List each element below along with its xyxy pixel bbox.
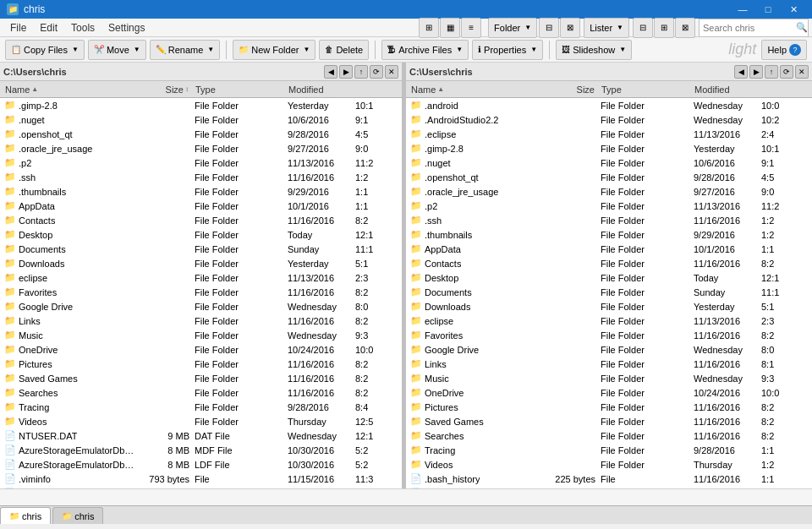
file-row[interactable]: 📁 .p2 File Folder 11/13/2016 11:2 (0, 155, 402, 170)
left-col-type[interactable]: Type (192, 85, 285, 95)
file-row[interactable]: 📁 .gimp-2.8 File Folder Yesterday 10:1 (0, 98, 402, 112)
file-row[interactable]: 📁 .nuget File Folder 10/6/2016 9:1 (0, 112, 402, 127)
file-row[interactable]: 📁 Contacts File Folder 11/16/2016 8:2 (0, 213, 402, 227)
file-row[interactable]: 📄 .bash_history 225 bytes File 11/16/201… (406, 472, 812, 486)
left-col-name[interactable]: Name▲ (2, 85, 137, 95)
slideshow-button[interactable]: 🖼 Slideshow ▼ (556, 40, 632, 60)
archive-files-button[interactable]: 🗜 Archive Files ▼ (381, 40, 469, 60)
left-nav-refresh[interactable]: ⟳ (370, 65, 383, 79)
lister-button[interactable]: Lister ▼ (584, 18, 629, 38)
delete-button[interactable]: 🗑 Delete (319, 40, 369, 60)
menu-file[interactable]: File (3, 20, 33, 35)
file-row[interactable]: 📁 Pictures File Folder 11/16/2016 8:2 (406, 400, 812, 414)
right-col-type[interactable]: Type (598, 85, 691, 95)
file-row[interactable]: 📁 Documents File Folder Sunday 11:1 (0, 242, 402, 256)
file-row[interactable]: 📁 OneDrive File Folder 10/24/2016 10:0 (406, 385, 812, 400)
file-row[interactable]: 📁 Music File Folder Wednesday 9:3 (0, 328, 402, 342)
menu-edit[interactable]: Edit (33, 20, 64, 35)
file-row[interactable]: 📁 Google Drive File Folder Wednesday 8:0 (0, 299, 402, 314)
file-row[interactable]: 📁 Favorites File Folder 11/16/2016 8:2 (0, 285, 402, 299)
right-file-list[interactable]: 📁 .android File Folder Wednesday 10:0 📁 … (406, 98, 812, 488)
file-row[interactable]: 📁 Videos File Folder Thursday 12:5 (0, 414, 402, 428)
file-row[interactable]: 📁 .p2 File Folder 11/13/2016 11:2 (406, 199, 812, 213)
file-row[interactable]: 📁 Saved Games File Folder 11/16/2016 8:2 (0, 371, 402, 385)
left-nav-up[interactable]: ↑ (354, 65, 368, 79)
file-row[interactable]: 📁 .nuget File Folder 10/6/2016 9:1 (406, 155, 812, 170)
file-row[interactable]: 📁 .gimp-2.8 File Folder Yesterday 10:1 (406, 141, 812, 155)
file-row[interactable]: 📁 Music File Folder Wednesday 9:3 (406, 371, 812, 385)
left-nav-back[interactable]: ◀ (324, 65, 337, 79)
file-row[interactable]: 📁 .ssh File Folder 11/16/2016 1:2 (0, 170, 402, 184)
file-row[interactable]: 📁 Links File Folder 11/16/2016 8:2 (0, 314, 402, 328)
file-row[interactable]: 📁 eclipse File Folder 11/13/2016 2:3 (406, 314, 812, 328)
view-btn-3[interactable]: ≡ (461, 18, 481, 38)
file-row[interactable]: 📁 Desktop File Folder Today 12:1 (406, 270, 812, 285)
folder-view-btn-1[interactable]: ⊟ (539, 18, 559, 38)
file-row[interactable]: 📁 Documents File Folder Sunday 11:1 (406, 285, 812, 299)
right-col-size[interactable]: Size (543, 85, 598, 95)
lister-view-btn-1[interactable]: ⊟ (633, 18, 653, 38)
rename-button[interactable]: ✏️ Rename ▼ (150, 40, 221, 60)
file-row[interactable]: 📁 Saved Games File Folder 11/16/2016 8:2 (406, 414, 812, 428)
copy-files-button[interactable]: 📋 Copy Files ▼ (5, 40, 85, 60)
file-row[interactable]: 📁 Desktop File Folder Today 12:1 (0, 227, 402, 242)
file-row[interactable]: 📁 .oracle_jre_usage File Folder 9/27/201… (406, 184, 812, 199)
left-col-size[interactable]: Size↕ (137, 85, 192, 95)
view-btn-2[interactable]: ▦ (440, 18, 460, 38)
maximize-button[interactable]: □ (756, 0, 780, 19)
file-row[interactable]: 📁 eclipse File Folder 11/13/2016 2:3 (0, 270, 402, 285)
file-row[interactable]: 📁 Searches File Folder 11/16/2016 8:2 (406, 428, 812, 443)
right-col-modified[interactable]: Modified (691, 85, 776, 95)
file-row[interactable]: 📁 Tracing File Folder 9/28/2016 1:1 (406, 443, 812, 457)
file-row[interactable]: 📁 Links File Folder 11/16/2016 8:1 (406, 357, 812, 371)
new-folder-button[interactable]: 📁 New Folder ▼ (233, 40, 315, 60)
lister-view-btn-2[interactable]: ⊞ (654, 18, 674, 38)
file-row[interactable]: 📁 Downloads File Folder Yesterday 5:1 (0, 256, 402, 270)
help-button[interactable]: Help ? (761, 40, 807, 60)
file-row[interactable]: 📁 .AndroidStudio2.2 File Folder Wednesda… (406, 112, 812, 127)
file-row[interactable]: 📄 .gitconfig 260 bytes File 10/14/2016 1… (406, 486, 812, 488)
close-button[interactable]: ✕ (782, 0, 805, 19)
menu-settings[interactable]: Settings (102, 20, 151, 35)
minimize-button[interactable]: — (731, 0, 754, 19)
file-row[interactable]: 📁 Videos File Folder Thursday 1:2 (406, 457, 812, 472)
file-row[interactable]: 📁 AppData File Folder 10/1/2016 1:1 (0, 199, 402, 213)
folder-view-btn-2[interactable]: ⊠ (560, 18, 580, 38)
right-nav-up[interactable]: ↑ (765, 65, 778, 79)
right-nav-fwd[interactable]: ▶ (749, 65, 763, 79)
tab-1[interactable]: 📁 chris (52, 507, 103, 524)
file-row[interactable]: 📄 .gitconfig 260 bytes File 10/14/2016 2… (0, 486, 402, 488)
right-nav-refresh[interactable]: ⟳ (780, 65, 793, 79)
file-row[interactable]: 📁 .ssh File Folder 11/16/2016 1:2 (406, 213, 812, 227)
move-button[interactable]: ✂️ Move ▼ (88, 40, 146, 60)
right-nav-back[interactable]: ◀ (734, 65, 748, 79)
file-row[interactable]: 📄 .viminfo 793 bytes File 11/15/2016 11:… (0, 472, 402, 486)
file-row[interactable]: 📁 Tracing File Folder 9/28/2016 8:4 (0, 400, 402, 414)
left-pane-close[interactable]: ✕ (385, 65, 398, 79)
file-row[interactable]: 📁 .thumbnails File Folder 9/29/2016 1:2 (406, 227, 812, 242)
file-row[interactable]: 📄 AzureStorageEmulatorDb45_log.ldf 8 MB … (0, 457, 402, 472)
properties-button[interactable]: ℹ Properties ▼ (472, 40, 543, 60)
folder-button[interactable]: Folder ▼ (488, 18, 537, 38)
file-row[interactable]: 📄 NTUSER.DAT 9 MB DAT File Wednesday 12:… (0, 428, 402, 443)
tab-0[interactable]: 📁 chris (0, 507, 51, 524)
lister-view-btn-3[interactable]: ⊠ (675, 18, 695, 38)
file-row[interactable]: 📁 .openshot_qt File Folder 9/28/2016 4:5 (406, 170, 812, 184)
file-row[interactable]: 📁 Pictures File Folder 11/16/2016 8:2 (0, 357, 402, 371)
left-nav-fwd[interactable]: ▶ (339, 65, 353, 79)
file-row[interactable]: 📁 .oracle_jre_usage File Folder 9/27/201… (0, 141, 402, 155)
file-row[interactable]: 📁 .openshot_qt File Folder 9/28/2016 4:5 (0, 127, 402, 141)
menu-tools[interactable]: Tools (64, 20, 102, 35)
left-file-list[interactable]: 📁 .gimp-2.8 File Folder Yesterday 10:1 📁… (0, 98, 402, 488)
right-col-name[interactable]: Name▲ (408, 85, 543, 95)
search-input[interactable] (703, 23, 796, 33)
file-row[interactable]: 📁 Contacts File Folder 11/16/2016 8:2 (406, 256, 812, 270)
file-row[interactable]: 📁 Favorites File Folder 11/16/2016 8:2 (406, 328, 812, 342)
file-row[interactable]: 📁 .eclipse File Folder 11/13/2016 2:4 (406, 127, 812, 141)
view-btn-1[interactable]: ⊞ (419, 18, 439, 38)
file-row[interactable]: 📁 Downloads File Folder Yesterday 5:1 (406, 299, 812, 314)
file-row[interactable]: 📁 Searches File Folder 11/16/2016 8:2 (0, 385, 402, 400)
file-row[interactable]: 📄 AzureStorageEmulatorDb45.mdf 8 MB MDF … (0, 443, 402, 457)
file-row[interactable]: 📁 Google Drive File Folder Wednesday 8:0 (406, 342, 812, 357)
file-row[interactable]: 📁 OneDrive File Folder 10/24/2016 10:0 (0, 342, 402, 357)
